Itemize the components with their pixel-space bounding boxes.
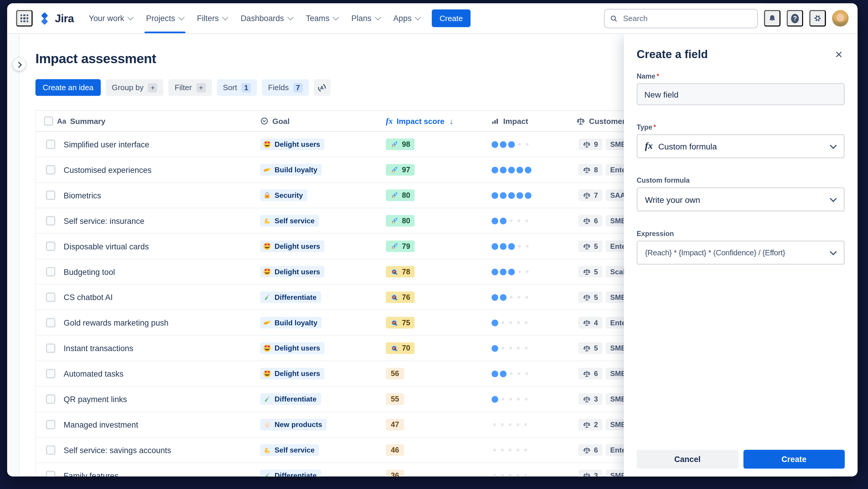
impact-score-badge[interactable]: 46	[386, 444, 404, 456]
goal-badge[interactable]: Differentiate	[260, 291, 321, 303]
impact-dots[interactable]	[493, 166, 530, 173]
impact-dots[interactable]	[493, 474, 527, 476]
customer-count-chip[interactable]: 3	[579, 393, 602, 405]
goal-badge[interactable]: Differentiate	[260, 393, 321, 405]
impact-dots[interactable]	[493, 370, 528, 377]
customer-count-chip[interactable]: 5	[579, 342, 602, 354]
row-checkbox[interactable]	[46, 369, 55, 378]
table-row[interactable]: Family features Differentiate 36 3 SMB	[36, 463, 704, 477]
impact-score-badge[interactable]: 56	[386, 368, 404, 379]
impact-dots[interactable]	[493, 268, 529, 275]
customer-count-chip[interactable]: 9	[579, 139, 602, 150]
impact-score-badge[interactable]: 80	[386, 190, 414, 201]
customer-count-chip[interactable]: 8	[579, 164, 602, 176]
table-row[interactable]: QR payment links Differentiate 55 3 SMB	[36, 387, 704, 412]
row-checkbox[interactable]	[46, 394, 55, 404]
impact-score-badge[interactable]: 36	[386, 470, 404, 476]
create-button[interactable]: Create	[743, 450, 845, 469]
impact-dots[interactable]	[493, 141, 529, 147]
row-checkbox[interactable]	[46, 267, 55, 277]
row-checkbox[interactable]	[46, 140, 55, 149]
customer-count-chip[interactable]: 6	[579, 215, 602, 227]
nav-item-apps[interactable]: Apps	[387, 3, 426, 33]
impact-dots[interactable]	[493, 294, 528, 300]
nav-item-dashboards[interactable]: Dashboards	[235, 3, 299, 33]
customer-count-chip[interactable]: 4	[579, 317, 602, 328]
custom-formula-select[interactable]: Write your own	[637, 187, 845, 211]
sort-button[interactable]: Sort 1	[217, 79, 257, 96]
global-search[interactable]	[604, 9, 758, 28]
impact-score-badge[interactable]: 98	[386, 139, 414, 150]
row-checkbox[interactable]	[46, 445, 55, 455]
customer-count-chip[interactable]: 3	[579, 470, 602, 476]
table-row[interactable]: Automated tasks Delight users 56 6 SMB	[36, 361, 704, 387]
goal-badge[interactable]: New products	[260, 419, 327, 430]
impact-score-badge[interactable]: 75	[386, 317, 414, 328]
row-checkbox[interactable]	[46, 216, 55, 226]
row-checkbox[interactable]	[46, 241, 55, 251]
customer-count-chip[interactable]: 2	[579, 419, 602, 430]
customer-count-chip[interactable]: 6	[579, 444, 602, 456]
column-header-impact[interactable]: Impact	[483, 111, 569, 132]
impact-score-badge[interactable]: 47	[386, 419, 404, 430]
row-checkbox[interactable]	[46, 318, 55, 327]
customer-count-chip[interactable]: 5	[579, 240, 602, 252]
nav-item-filters[interactable]: Filters	[191, 3, 234, 33]
goal-badge[interactable]: Build loyalty	[260, 317, 322, 328]
settings-button[interactable]	[809, 10, 826, 27]
filter-button[interactable]: Filter +	[168, 79, 212, 96]
expression-select[interactable]: {Reach} * {Impact} * (Confidence} / {Eff…	[637, 240, 845, 265]
impact-score-badge[interactable]: 70	[386, 342, 414, 354]
nav-item-plans[interactable]: Plans	[345, 3, 386, 33]
group-by-button[interactable]: Group by +	[105, 79, 163, 96]
row-checkbox[interactable]	[46, 165, 55, 175]
help-button[interactable]: ?	[786, 10, 803, 27]
fields-button[interactable]: Fields 7	[262, 79, 309, 96]
table-row[interactable]: Instant transactions Delight users 70 5 …	[36, 336, 704, 361]
goal-badge[interactable]: Build loyalty	[260, 164, 322, 176]
impact-score-badge[interactable]: 79	[386, 240, 414, 252]
table-row[interactable]: Self service: insurance Self service 80 …	[36, 208, 704, 234]
impact-dots[interactable]	[493, 449, 527, 451]
row-checkbox[interactable]	[46, 420, 55, 429]
impact-dots[interactable]	[493, 396, 527, 402]
auto-sort-button[interactable]: A	[313, 79, 330, 96]
impact-score-badge[interactable]: 97	[386, 164, 414, 176]
column-header-impact-score[interactable]: fx Impact score ↓	[378, 111, 483, 132]
table-row[interactable]: Customised experiences Build loyalty 97 …	[36, 157, 704, 183]
impact-score-badge[interactable]: 76	[386, 291, 414, 303]
table-row[interactable]: Gold rewards marketing push Build loyalt…	[36, 310, 704, 336]
select-all-checkbox[interactable]	[44, 116, 53, 126]
table-row[interactable]: Disposable virtual cards Delight users 7…	[36, 234, 704, 259]
row-checkbox[interactable]	[46, 292, 55, 302]
nav-create-button[interactable]: Create	[432, 9, 471, 27]
goal-badge[interactable]: Delight users	[260, 240, 324, 252]
goal-badge[interactable]: Delight users	[260, 266, 324, 278]
jira-logo[interactable]: Jira	[38, 12, 74, 25]
column-header-summary[interactable]: Aa Summary	[36, 111, 252, 132]
table-row[interactable]: CS chatbot AI Differentiate 76 5 SMB	[36, 285, 704, 310]
nav-item-projects[interactable]: Projects	[140, 3, 190, 33]
impact-dots[interactable]	[493, 345, 527, 351]
notifications-button[interactable]	[764, 10, 781, 27]
nav-item-teams[interactable]: Teams	[300, 3, 344, 33]
goal-badge[interactable]: Security	[260, 190, 307, 201]
goal-badge[interactable]: Delight users	[260, 368, 324, 379]
column-header-goal[interactable]: Goal	[252, 111, 378, 132]
create-idea-button[interactable]: Create an idea	[36, 79, 101, 96]
table-row[interactable]: Managed investment New products 47 2 SMB	[36, 412, 704, 438]
impact-dots[interactable]	[493, 243, 529, 250]
impact-dots[interactable]	[493, 423, 527, 426]
close-icon[interactable]: ×	[833, 48, 845, 61]
goal-badge[interactable]: Delight users	[260, 139, 324, 150]
search-input[interactable]	[622, 13, 752, 23]
impact-score-badge[interactable]: 78	[386, 266, 414, 278]
table-row[interactable]: Self service: savings accounts Self serv…	[36, 438, 704, 463]
impact-score-badge[interactable]: 80	[386, 215, 414, 227]
nav-item-your-work[interactable]: Your work	[83, 3, 139, 33]
field-name-input[interactable]	[637, 83, 845, 105]
table-row[interactable]: Simplified user interface Delight users …	[36, 132, 704, 157]
goal-badge[interactable]: Delight users	[260, 342, 324, 354]
customer-count-chip[interactable]: 6	[579, 368, 602, 379]
customer-count-chip[interactable]: 5	[579, 266, 602, 278]
